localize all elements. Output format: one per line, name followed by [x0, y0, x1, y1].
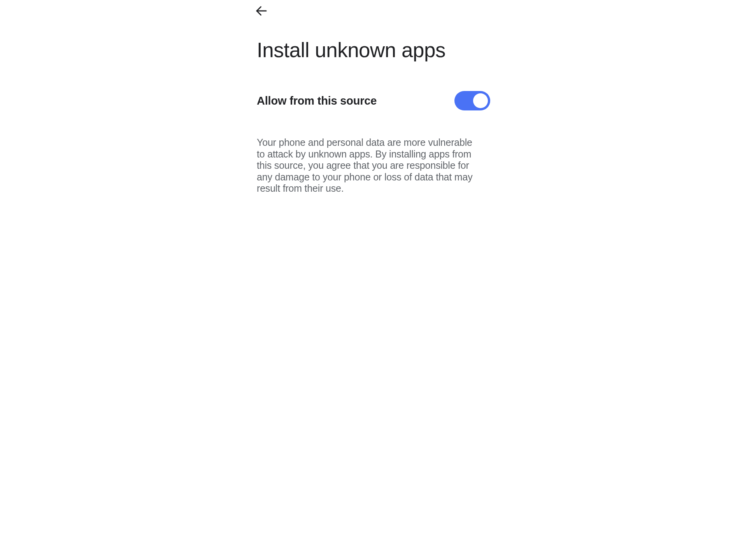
- allow-source-toggle[interactable]: [454, 91, 490, 110]
- arrow-left-icon: [254, 4, 268, 19]
- back-button[interactable]: [254, 4, 269, 19]
- settings-page: Install unknown apps Allow from this sou…: [237, 0, 510, 560]
- warning-description: Your phone and personal data are more vu…: [257, 137, 475, 194]
- page-title: Install unknown apps: [257, 38, 490, 62]
- allow-source-row: Allow from this source: [257, 91, 490, 110]
- toggle-knob: [473, 93, 488, 108]
- allow-source-label: Allow from this source: [257, 94, 377, 107]
